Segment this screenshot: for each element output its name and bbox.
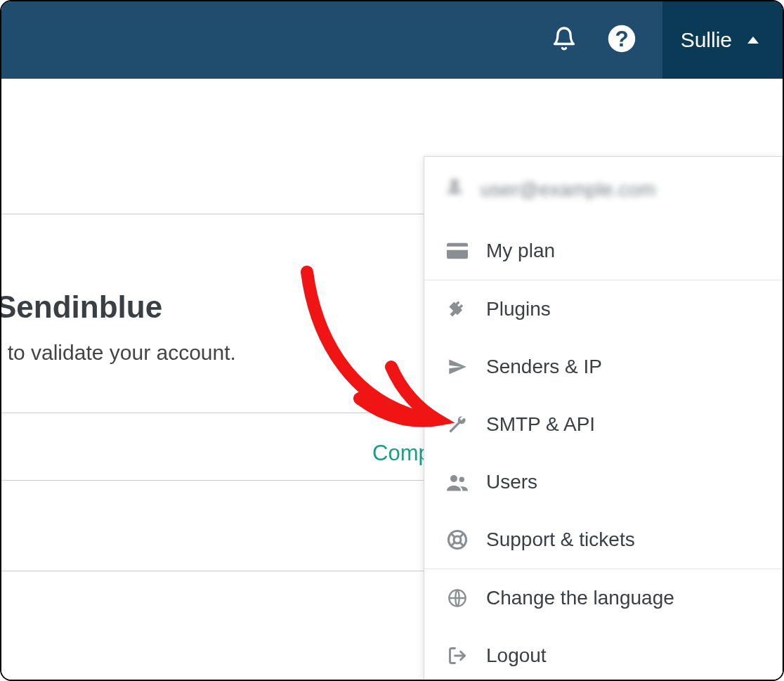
page-subtext: / to validate your account. [0,341,236,365]
content-area: Sendinblue / to validate your account. C… [1,79,783,680]
wrench-icon [445,413,469,436]
menu-item-plugins[interactable]: Plugins [424,280,782,338]
globe-icon [445,586,469,610]
menu-item-label: Senders & IP [486,356,602,378]
logout-icon [445,644,469,668]
menu-item-senders-ip[interactable]: Senders & IP [424,338,782,396]
menu-item-label: My plan [486,240,555,262]
bell-icon [551,25,577,56]
user-menu-label: Sullie [681,28,732,52]
complete-link-partial[interactable]: Comp [372,441,431,466]
svg-point-4 [450,475,457,482]
menu-item-label: Support & tickets [486,528,635,551]
svg-text:?: ? [615,26,628,51]
menu-item-my-plan[interactable]: My plan [424,222,782,280]
menu-item-logout[interactable]: Logout [424,627,782,681]
plug-icon [445,297,469,321]
life-ring-icon [445,528,469,552]
svg-rect-3 [447,247,468,250]
user-menu-button[interactable]: Sullie [662,1,783,79]
svg-point-5 [459,477,465,483]
menu-item-support-tickets[interactable]: Support & tickets [424,511,782,569]
menu-item-label: Change the language [486,587,674,609]
menu-item-label: Plugins [486,298,551,320]
page-heading: Sendinblue [0,290,162,325]
notifications-button[interactable] [547,23,581,57]
menu-item-change-language[interactable]: Change the language [424,569,782,627]
menu-item-users[interactable]: Users [424,453,782,511]
menu-item-label: SMTP & API [486,413,595,436]
help-button[interactable]: ? [605,23,639,57]
caret-up-icon [747,37,759,44]
menu-item-label: Logout [486,644,547,667]
svg-point-7 [454,536,461,543]
user-icon [445,178,464,201]
header-bar: ? Sullie [1,1,783,79]
svg-rect-2 [447,243,468,259]
menu-item-smtp-api[interactable]: SMTP & API [424,396,782,453]
dropdown-user-email-text: user@example.com [481,179,655,201]
credit-card-icon [445,239,469,263]
paper-plane-icon [445,355,469,379]
user-dropdown-menu: user@example.com My plan Plugins Sen [424,156,783,681]
users-icon [445,470,469,494]
dropdown-user-email: user@example.com [424,157,782,222]
menu-item-label: Users [486,471,537,493]
help-icon: ? [607,24,636,56]
